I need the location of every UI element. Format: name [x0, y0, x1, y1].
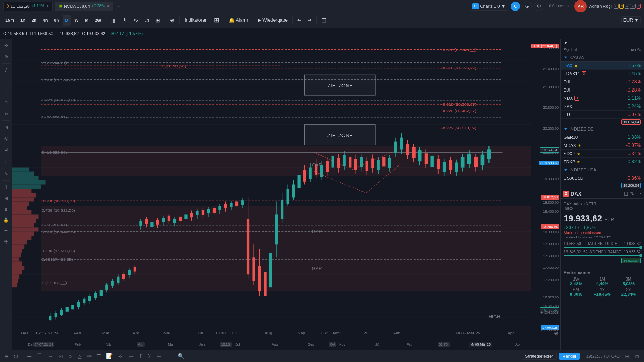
text-tool[interactable]: T	[1, 158, 11, 168]
draw-tool-brush[interactable]: ⊺	[137, 351, 144, 361]
draw-tool-horiz2[interactable]: —	[165, 351, 174, 361]
watchlist-row-dax[interactable]: DAX ★ 1,57%	[561, 62, 644, 70]
undo-btn[interactable]: ↩	[295, 15, 304, 26]
replay-btn[interactable]: ▶ Wiedergabe	[255, 15, 290, 26]
currency-label: EUR	[623, 18, 633, 23]
fib-tool[interactable]: ≋	[1, 109, 11, 119]
watchlist-row-dji2[interactable]: DJI -0,28%	[561, 86, 644, 94]
draw-tool-arrow[interactable]: →	[46, 351, 55, 361]
horiz-line-tool[interactable]: —	[1, 76, 11, 86]
draw-tool-anchor[interactable]: ⊹	[116, 351, 125, 361]
alarm-btn[interactable]: 🔔 Alarm	[226, 15, 250, 26]
detail-grid-btn[interactable]: ⊞	[624, 191, 628, 197]
sep4	[224, 16, 224, 24]
draw-tool-line[interactable]: ─	[25, 351, 33, 361]
draw-tool-rect2[interactable]: ⊡	[57, 351, 65, 361]
crosshair-tool[interactable]: ⊕	[1, 51, 11, 62]
ellipse-tool[interactable]: ◎	[1, 133, 11, 143]
currency-selector[interactable]: EUR ▼	[621, 16, 641, 24]
zoom-tool[interactable]: ⊞	[1, 193, 11, 203]
draw-tool-zoom2[interactable]: 🔍	[176, 351, 186, 361]
tf-d[interactable]: D	[63, 15, 71, 26]
watchlist-row-sdxp[interactable]: SDXP ★ -0,34%	[561, 150, 644, 158]
detail-edit-btn[interactable]: ✎	[630, 191, 635, 197]
rect-tool[interactable]: ⊡	[1, 122, 11, 132]
draw-tool-eraser[interactable]: ⊻	[145, 351, 153, 361]
user-avatar[interactable]: AR	[574, 0, 587, 12]
draw-tool-0[interactable]: ≡	[3, 351, 10, 361]
charts-badge[interactable]: C Charts 1.0 ▼	[470, 2, 509, 11]
candle-chart-btn[interactable]: 🕯	[120, 15, 130, 26]
tab-nvda[interactable]: ▣ NVDA 138,64 +0.28% ✕	[55, 2, 113, 11]
tf-m[interactable]: M	[83, 15, 91, 26]
draw-tool-xhair[interactable]: ✛	[155, 351, 163, 361]
trash-drawings[interactable]: 🗑	[1, 237, 11, 247]
eye-drawings[interactable]: 👁	[1, 226, 11, 236]
tf-2w[interactable]: 2W	[92, 15, 104, 26]
chart-type-more[interactable]: ⊞	[153, 15, 163, 26]
measure-tool[interactable]: ⊺	[1, 182, 11, 192]
indizes-usa-section-header[interactable]: ▼ INDIZES USA	[561, 166, 644, 174]
handel-btn[interactable]: Handel	[559, 353, 580, 360]
compare-btn[interactable]: ⊕	[168, 15, 177, 26]
watchlist-row-rut[interactable]: RUT -0,07%	[561, 111, 644, 119]
strategietester-btn[interactable]: Strategietester	[522, 353, 557, 360]
triangle-tool[interactable]: ⊿	[1, 144, 11, 154]
draw-tool-path[interactable]: ✏	[85, 351, 94, 361]
tf-2h[interactable]: 2h	[29, 15, 39, 26]
high2023-label: HIGH 2023	[541, 311, 559, 314]
svg-rect-219	[487, 149, 491, 159]
draw-tool-triangle2[interactable]: △	[76, 351, 84, 361]
tf-1h[interactable]: 1h	[18, 15, 28, 26]
watchlist-row-ger30[interactable]: GER30 1,38%	[561, 133, 644, 141]
chart-container[interactable]: ZIELZONE ZIELZONE	[12, 39, 560, 350]
draw-tool-circle[interactable]: ○	[67, 351, 74, 361]
draw-tool-curve[interactable]: ⌒	[35, 351, 44, 361]
maximize-btn[interactable]: ⊠	[633, 353, 641, 359]
chart-svg[interactable]: ZIELZONE ZIELZONE	[12, 39, 531, 339]
watchlist-row-mdax[interactable]: MDAX ★ -0,07%	[561, 141, 644, 150]
lock-drawings[interactable]: 🔒	[1, 215, 11, 225]
tf-15m[interactable]: 15m	[3, 15, 16, 26]
detail-more-btn[interactable]: ⋯	[636, 191, 642, 197]
watchlist-row-fdax11[interactable]: FDAX11 D 1,45%	[561, 70, 644, 78]
c-button[interactable]: C	[511, 2, 520, 11]
indizes-de-section-header[interactable]: ▼ INDIZES DE	[561, 125, 644, 133]
g-button[interactable]: G	[522, 2, 532, 11]
watchlist-row-tdxp[interactable]: TDXP ★ 0,82%	[561, 158, 644, 166]
watchlist-row-ndx[interactable]: NDX D 1,11%	[561, 94, 644, 102]
watchlist-row-us30[interactable]: US30USD -0,36%	[561, 174, 644, 182]
magnet-tool[interactable]: ⊻	[1, 204, 11, 214]
perf-1y-period: 1Y	[590, 288, 614, 292]
minimize-btn[interactable]: ⊟	[623, 353, 631, 359]
kassa-section-header[interactable]: ▼ KASSA	[561, 53, 644, 62]
bar-chart-btn[interactable]: ▥	[108, 15, 118, 26]
tab-btc-close[interactable]: ✕	[46, 4, 49, 8]
redo-btn[interactable]: ↪	[305, 15, 314, 26]
cursor-tool[interactable]: ✛	[1, 41, 11, 51]
tab-btc[interactable]: ₿ 11,162,28 +1.11% ✕	[3, 2, 53, 11]
settings-icon[interactable]: ⚙	[534, 2, 543, 11]
add-tab-button[interactable]: +	[115, 3, 122, 10]
draw-tool-note2[interactable]: 📝	[104, 351, 115, 361]
vert-line-tool[interactable]: |	[1, 87, 11, 97]
line-chart-btn[interactable]: ∿	[131, 15, 141, 26]
tf-w[interactable]: W	[72, 15, 81, 26]
date-okt: Okt	[329, 342, 336, 347]
templates-btn[interactable]: ⊞	[212, 15, 221, 26]
channel-tool[interactable]: ⊓	[1, 98, 11, 108]
draw-tool-measure2[interactable]: ↔	[126, 351, 136, 361]
snapshot-btn[interactable]: ⊡	[319, 15, 329, 26]
watchlist-row-spx[interactable]: SPX 0,24%	[561, 102, 644, 111]
scale-reset[interactable]: ⊕	[554, 330, 559, 336]
draw-tool-1[interactable]: ⊙	[12, 351, 20, 361]
indicators-btn[interactable]: Indikatoren	[182, 15, 210, 26]
trend-line-tool[interactable]: /	[1, 65, 11, 75]
tab-nvda-close[interactable]: ✕	[106, 4, 110, 8]
tf-8h[interactable]: 8h	[52, 15, 62, 26]
watchlist-row-dji1[interactable]: DJI -0,28%	[561, 78, 644, 86]
note-tool[interactable]: ✎	[1, 169, 11, 179]
area-chart-btn[interactable]: ⊿	[142, 15, 152, 26]
draw-tool-text2[interactable]: T	[96, 351, 103, 361]
tf-4h[interactable]: 4h	[41, 15, 50, 26]
